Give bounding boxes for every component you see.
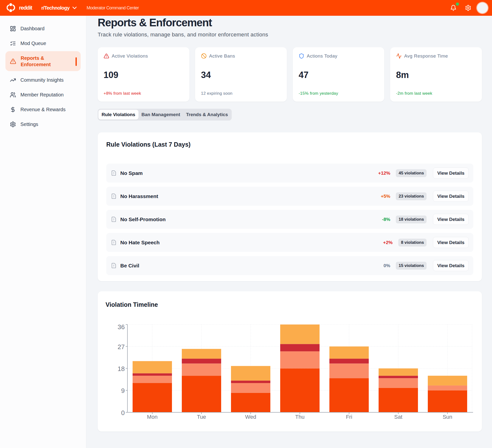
svg-text:27: 27: [118, 343, 125, 351]
svg-text:36: 36: [118, 323, 125, 331]
svg-text:Sun: Sun: [443, 414, 452, 420]
svg-text:Tue: Tue: [197, 414, 206, 420]
svg-text:Fri: Fri: [346, 414, 352, 420]
svg-text:Sat: Sat: [394, 414, 402, 420]
svg-text:0: 0: [121, 409, 125, 417]
svg-text:Mon: Mon: [147, 414, 158, 420]
svg-text:Thu: Thu: [295, 414, 305, 420]
svg-text:18: 18: [118, 365, 125, 372]
svg-text:9: 9: [121, 387, 125, 394]
svg-text:Wed: Wed: [245, 414, 256, 420]
